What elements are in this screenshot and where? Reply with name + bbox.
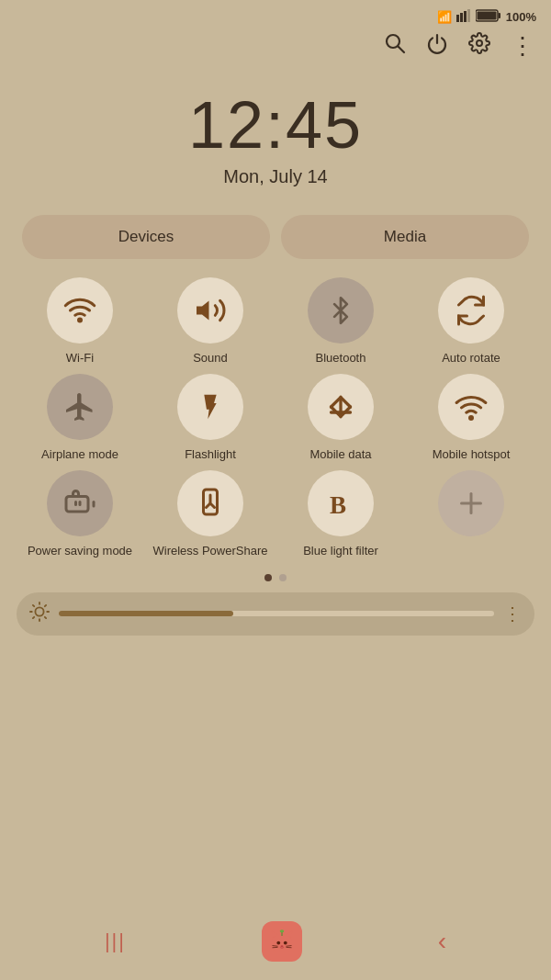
svg-point-9 bbox=[477, 40, 482, 46]
battery-icon bbox=[476, 9, 501, 25]
svg-rect-3 bbox=[467, 9, 470, 22]
svg-point-10 bbox=[79, 319, 82, 321]
qs-sound[interactable]: Sound bbox=[147, 277, 274, 366]
svg-rect-29 bbox=[272, 936, 291, 952]
qs-add[interactable] bbox=[408, 470, 534, 559]
tab-devices[interactable]: Devices bbox=[22, 215, 270, 259]
hotspot-icon-wrap bbox=[438, 374, 504, 440]
clock-section: 12:45 Mon, July 14 bbox=[0, 69, 551, 215]
dot-1[interactable] bbox=[264, 574, 272, 581]
hotspot-label: Mobile hotspot bbox=[433, 447, 511, 463]
page-dots bbox=[0, 559, 551, 592]
recent-apps-icon[interactable]: ||| bbox=[105, 929, 126, 953]
svg-line-24 bbox=[45, 617, 46, 618]
autorotate-icon-wrap bbox=[438, 277, 504, 344]
qs-wifi[interactable]: Wi-Fi bbox=[17, 277, 143, 366]
tab-row: Devices Media bbox=[0, 215, 551, 277]
wifi-status-icon: 📶 bbox=[437, 10, 452, 24]
svg-point-14 bbox=[470, 416, 473, 419]
settings-icon[interactable] bbox=[468, 32, 490, 60]
svg-text:B: B bbox=[330, 490, 346, 518]
qs-autorotate[interactable]: Auto rotate bbox=[408, 277, 534, 366]
power-icon[interactable] bbox=[426, 32, 448, 60]
qs-bluelight[interactable]: B Blue light filter bbox=[277, 470, 404, 559]
flashlight-label: Flashlight bbox=[185, 447, 236, 463]
bluelight-icon-wrap: B bbox=[308, 470, 374, 536]
qs-powershare[interactable]: Wireless PowerShare bbox=[147, 470, 274, 559]
bluetooth-icon-wrap bbox=[308, 277, 374, 344]
clock-date: Mon, July 14 bbox=[223, 166, 327, 187]
powersave-label: Power saving mode bbox=[28, 544, 132, 559]
tab-media[interactable]: Media bbox=[281, 215, 529, 259]
bottom-nav: ||| ‹ bbox=[0, 910, 551, 980]
qs-mobiledata[interactable]: Mobile data bbox=[277, 374, 404, 463]
add-icon-wrap bbox=[438, 470, 504, 536]
svg-rect-5 bbox=[477, 12, 496, 20]
signal-icon bbox=[456, 9, 471, 25]
wifi-icon-wrap bbox=[47, 277, 113, 344]
sound-label: Sound bbox=[193, 351, 228, 366]
svg-point-32 bbox=[276, 941, 280, 945]
autorotate-label: Auto rotate bbox=[442, 351, 500, 366]
svg-point-20 bbox=[35, 607, 43, 615]
airplane-label: Airplane mode bbox=[41, 447, 118, 463]
svg-rect-2 bbox=[464, 11, 467, 22]
svg-line-27 bbox=[33, 617, 34, 618]
svg-line-8 bbox=[399, 47, 405, 53]
qs-bluetooth[interactable]: Bluetooth bbox=[277, 277, 404, 366]
home-button[interactable] bbox=[262, 921, 302, 962]
qs-hotspot[interactable]: Mobile hotspot bbox=[408, 374, 534, 463]
battery-percent: 100% bbox=[506, 10, 536, 24]
powersave-icon-wrap bbox=[47, 470, 113, 536]
svg-point-40 bbox=[280, 929, 285, 932]
qs-flashlight[interactable]: Flashlight bbox=[147, 374, 274, 463]
flashlight-icon-wrap bbox=[177, 374, 243, 440]
wifi-label: Wi-Fi bbox=[66, 351, 94, 366]
svg-point-33 bbox=[284, 941, 287, 945]
mobiledata-icon-wrap bbox=[308, 374, 374, 440]
powershare-icon-wrap bbox=[177, 470, 243, 536]
brightness-fill bbox=[59, 611, 233, 616]
more-icon[interactable]: ⋮ bbox=[511, 34, 534, 58]
sound-icon-wrap bbox=[177, 277, 243, 344]
svg-rect-6 bbox=[498, 13, 500, 18]
brightness-icon bbox=[29, 602, 50, 626]
dot-2[interactable] bbox=[279, 574, 287, 581]
status-bar: 📶 100% bbox=[0, 0, 551, 28]
qs-powersave[interactable]: Power saving mode bbox=[17, 470, 143, 559]
brightness-bar[interactable]: ⋮ bbox=[17, 592, 534, 636]
powershare-label: Wireless PowerShare bbox=[153, 544, 268, 559]
airplane-icon-wrap bbox=[47, 374, 113, 440]
mobiledata-label: Mobile data bbox=[309, 447, 371, 463]
svg-line-28 bbox=[45, 605, 46, 606]
svg-rect-0 bbox=[456, 15, 459, 22]
svg-line-23 bbox=[33, 605, 34, 606]
svg-point-34 bbox=[280, 945, 283, 947]
qs-airplane[interactable]: Airplane mode bbox=[17, 374, 143, 463]
brightness-more-icon[interactable]: ⋮ bbox=[503, 603, 522, 625]
brightness-track[interactable] bbox=[59, 611, 494, 616]
svg-marker-11 bbox=[197, 301, 209, 321]
status-icons: 📶 100% bbox=[437, 9, 536, 25]
quick-settings-grid: Wi-Fi Sound Bluetooth bbox=[0, 277, 551, 559]
clock-time: 12:45 bbox=[188, 87, 363, 163]
bluetooth-label: Bluetooth bbox=[316, 351, 366, 366]
svg-rect-1 bbox=[460, 13, 463, 22]
bluelight-label: Blue light filter bbox=[303, 544, 378, 559]
action-bar: ⋮ bbox=[0, 28, 551, 69]
back-icon[interactable]: ‹ bbox=[438, 927, 446, 956]
search-icon[interactable] bbox=[384, 32, 406, 60]
